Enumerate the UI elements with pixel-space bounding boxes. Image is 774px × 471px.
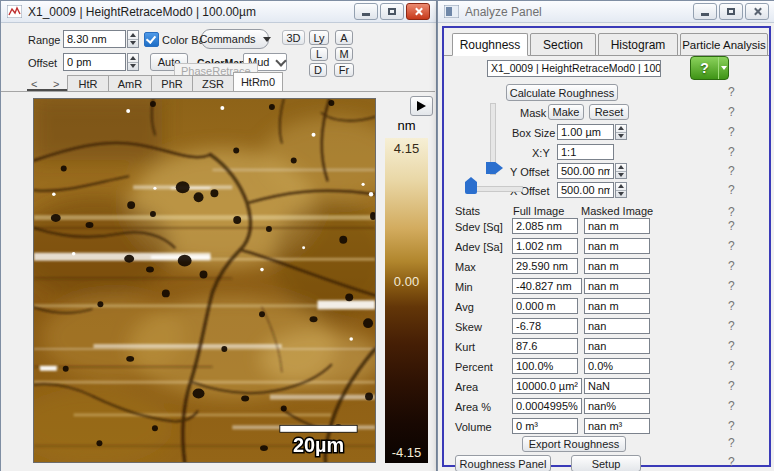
image-window-titlebar[interactable]: X1_0009 | HeightRetraceMod0 | 100.00µm: [1, 1, 436, 23]
help-menu-button[interactable]: ?: [690, 56, 729, 80]
offset-stepper[interactable]: [127, 53, 139, 71]
x-offset-input[interactable]: [557, 182, 614, 198]
range-stepper[interactable]: [127, 30, 139, 48]
minimize-button[interactable]: [354, 3, 378, 20]
stat-masked-input[interactable]: [584, 338, 650, 354]
play-button[interactable]: [410, 96, 433, 116]
help-stat[interactable]: ?: [728, 339, 735, 353]
help-stat[interactable]: ?: [728, 399, 735, 413]
layer-ly-button[interactable]: Ly: [309, 30, 329, 45]
stat-full-input[interactable]: [512, 238, 578, 254]
help-stat[interactable]: ?: [728, 379, 735, 393]
y-offset-stepper[interactable]: [615, 163, 627, 179]
stat-masked-input[interactable]: [584, 318, 650, 334]
y-offset-slider-handle[interactable]: [486, 162, 503, 174]
setup-button[interactable]: Setup: [571, 455, 641, 471]
help-stat[interactable]: ?: [728, 299, 735, 313]
layer-l-button[interactable]: L: [310, 47, 328, 61]
stepper-down-icon[interactable]: [128, 39, 138, 48]
help-stat[interactable]: ?: [728, 219, 735, 233]
help-stat[interactable]: ?: [728, 319, 735, 333]
stat-masked-input[interactable]: [584, 238, 650, 254]
maximize-button[interactable]: [719, 3, 743, 20]
x-offset-slider-track[interactable]: [469, 186, 523, 192]
help-y-offset[interactable]: ?: [728, 164, 735, 178]
stat-full-input[interactable]: [512, 318, 578, 334]
help-stat[interactable]: ?: [728, 359, 735, 373]
xy-input[interactable]: [557, 144, 614, 160]
tab-histogram[interactable]: Histogram: [598, 33, 678, 56]
analyze-panel-titlebar[interactable]: Analyze Panel: [438, 1, 774, 23]
export-roughness-button[interactable]: Export Roughness: [522, 436, 626, 452]
y-offset-input[interactable]: [557, 163, 614, 179]
layer-fr-button[interactable]: Fr: [334, 63, 354, 77]
stat-masked-input[interactable]: [584, 398, 650, 414]
help-x-offset[interactable]: ?: [728, 183, 735, 197]
tab-roughness[interactable]: Roughness: [452, 33, 528, 56]
tab-htr[interactable]: HtR: [67, 75, 109, 91]
stat-full-input[interactable]: [512, 218, 578, 234]
source-image-field[interactable]: X1_0009 | HeightRetraceMod0 | 100.00µm: [487, 60, 661, 77]
tab-phr[interactable]: PhR: [151, 75, 193, 91]
tab-amr[interactable]: AmR: [108, 75, 152, 91]
stepper-up-icon[interactable]: [128, 54, 138, 62]
color-bar-checkbox[interactable]: [144, 32, 159, 47]
box-size-input[interactable]: [557, 124, 614, 140]
stat-label: Adev [Sa]: [455, 241, 503, 253]
close-button[interactable]: [745, 3, 769, 20]
help-stat[interactable]: ?: [728, 239, 735, 253]
stat-masked-input[interactable]: [584, 418, 650, 434]
offset-input[interactable]: [63, 53, 126, 71]
layer-a-button[interactable]: A: [335, 30, 353, 45]
tab-zsr[interactable]: ZSR: [192, 75, 234, 91]
help-stat[interactable]: ?: [728, 259, 735, 273]
layer-m-button[interactable]: M: [335, 47, 353, 61]
commands-button[interactable]: Commands: [201, 29, 269, 49]
help-export[interactable]: ?: [728, 436, 735, 450]
stat-full-input[interactable]: [512, 418, 578, 434]
stepper-down-icon[interactable]: [616, 132, 626, 140]
help-stat[interactable]: ?: [728, 279, 735, 293]
box-size-stepper[interactable]: [615, 124, 627, 140]
stat-masked-input[interactable]: [584, 218, 650, 234]
stat-masked-input[interactable]: [584, 278, 650, 294]
help-calculate[interactable]: ?: [728, 85, 735, 99]
mask-make-button[interactable]: Make: [548, 104, 584, 120]
calculate-roughness-button[interactable]: Calculate Roughness: [506, 84, 618, 101]
view-3d-button[interactable]: 3D: [282, 30, 305, 45]
stat-full-input[interactable]: [512, 338, 578, 354]
stat-full-input[interactable]: [512, 378, 582, 394]
help-footer[interactable]: ?: [728, 455, 735, 469]
stepper-down-icon[interactable]: [128, 62, 138, 71]
stat-masked-input[interactable]: [584, 358, 650, 374]
afm-image[interactable]: 20µm: [33, 98, 376, 463]
stat-full-input[interactable]: [512, 398, 582, 414]
x-offset-stepper[interactable]: [615, 182, 627, 198]
layer-d-button[interactable]: D: [309, 63, 327, 77]
x-offset-slider-handle[interactable]: [465, 177, 477, 194]
tab-section[interactable]: Section: [530, 33, 596, 56]
tab-htrm0[interactable]: HtRm0: [233, 72, 283, 91]
stat-masked-input[interactable]: [584, 258, 650, 274]
stat-masked-input[interactable]: [584, 378, 650, 394]
roughness-panel-button[interactable]: Roughness Panel: [455, 455, 551, 471]
stat-full-input[interactable]: [512, 298, 578, 314]
mask-reset-button[interactable]: Reset: [589, 104, 629, 120]
maximize-button[interactable]: [380, 3, 404, 20]
stat-full-input[interactable]: [512, 358, 578, 374]
stat-full-input[interactable]: [512, 258, 578, 274]
tab-particle-analysis[interactable]: Particle Analysis: [680, 33, 768, 56]
help-box-size[interactable]: ?: [728, 125, 735, 139]
help-mask[interactable]: ?: [728, 105, 735, 119]
help-xy[interactable]: ?: [728, 145, 735, 159]
close-button[interactable]: [406, 3, 430, 20]
help-stat[interactable]: ?: [728, 419, 735, 433]
stepper-up-icon[interactable]: [128, 31, 138, 39]
range-input[interactable]: [63, 30, 126, 48]
stat-full-input[interactable]: [512, 278, 582, 294]
minimize-button[interactable]: [693, 3, 717, 20]
stat-masked-input[interactable]: [584, 298, 650, 314]
help-stats[interactable]: ?: [728, 205, 735, 219]
stepper-down-icon[interactable]: [616, 190, 626, 198]
stepper-down-icon[interactable]: [616, 171, 626, 179]
